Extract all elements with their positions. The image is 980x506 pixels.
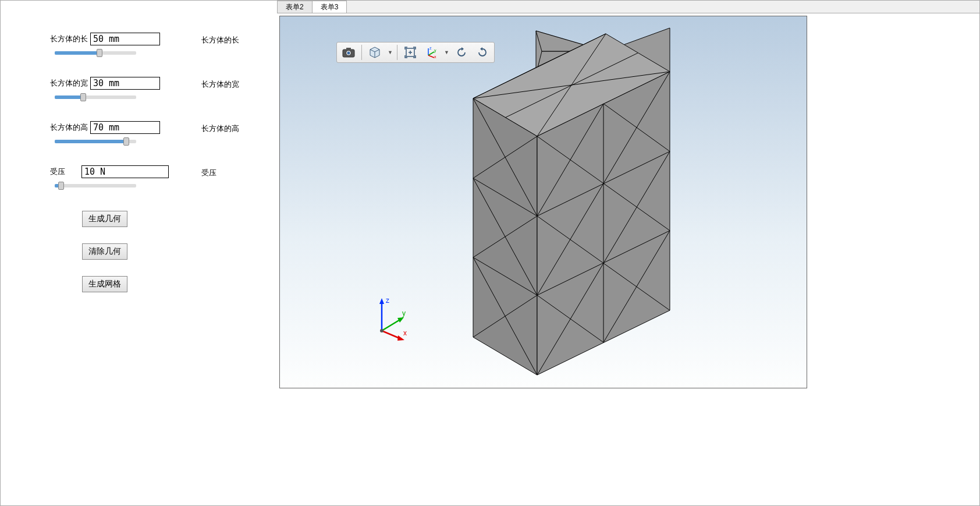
input-pressure[interactable] xyxy=(81,165,169,178)
label-length: 长方体的长 xyxy=(50,34,88,44)
input-length[interactable] xyxy=(90,33,160,45)
mesh-render xyxy=(280,16,808,389)
generate-mesh-button[interactable]: 生成网格 xyxy=(82,276,127,292)
param-row-length: 长方体的长 长方体的长 xyxy=(50,33,257,55)
param-row-pressure: 受压 受压 xyxy=(50,165,257,187)
svg-marker-57 xyxy=(379,298,384,304)
viewport-container: ▼ z xyxy=(277,13,979,505)
right-label-width: 长方体的宽 xyxy=(201,79,239,90)
input-width[interactable] xyxy=(90,77,160,90)
label-width: 长方体的宽 xyxy=(50,78,88,89)
axis-triad-indicator: z y x xyxy=(373,295,414,341)
slider-pressure[interactable] xyxy=(55,184,136,187)
param-row-width: 长方体的宽 长方体的宽 xyxy=(50,77,257,99)
slider-length[interactable] xyxy=(55,51,136,55)
svg-line-59 xyxy=(382,319,401,331)
tabs-bar: 表单2 表单3 xyxy=(277,1,979,13)
clear-geometry-button[interactable]: 清除几何 xyxy=(82,243,127,260)
svg-text:z: z xyxy=(386,296,389,305)
3d-viewport[interactable]: ▼ z xyxy=(279,16,807,388)
right-panel: 表单2 表单3 xyxy=(277,1,979,505)
slider-width[interactable] xyxy=(55,95,136,99)
svg-text:y: y xyxy=(402,309,406,317)
right-label-pressure: 受压 xyxy=(201,168,216,178)
slider-height[interactable] xyxy=(55,140,136,143)
app-window: 长方体的长 长方体的长 长方体的宽 xyxy=(0,0,980,506)
right-label-height: 长方体的高 xyxy=(201,123,239,134)
svg-point-65 xyxy=(380,329,384,332)
input-height[interactable] xyxy=(90,121,160,134)
tab-form3[interactable]: 表单3 xyxy=(312,1,347,13)
label-pressure: 受压 xyxy=(50,167,65,177)
label-height: 长方体的高 xyxy=(50,122,88,133)
right-label-length: 长方体的长 xyxy=(201,35,239,45)
param-row-height: 长方体的高 长方体的高 xyxy=(50,121,257,143)
tab-form2[interactable]: 表单2 xyxy=(277,1,313,13)
action-buttons: 生成几何 清除几何 生成网格 xyxy=(82,211,257,292)
svg-text:x: x xyxy=(403,329,407,337)
parameters-panel: 长方体的长 长方体的长 长方体的宽 xyxy=(1,1,277,505)
generate-geometry-button[interactable]: 生成几何 xyxy=(82,211,127,227)
